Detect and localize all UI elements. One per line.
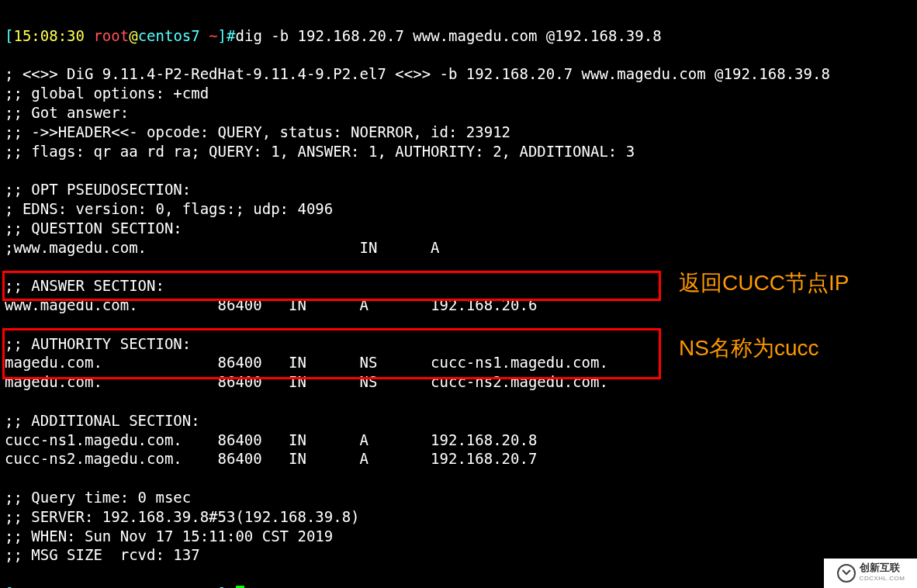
output-line: ;; WHEN: Sun Nov 17 15:11:00 CST 2019	[5, 527, 333, 545]
prompt-2-user: root	[93, 585, 129, 588]
prompt-2-at: @	[129, 585, 137, 588]
output-line: ;; ADDITIONAL SECTION:	[5, 412, 200, 429]
command-1: dig -b 192.168.20.7 www.magedu.com @192.…	[236, 27, 662, 44]
output-line: ;; Query time: 0 msec	[5, 489, 191, 506]
watermark: 创新互联 CDCXHL.COM	[824, 559, 917, 588]
output-line: ;; flags: qr aa rd ra; QUERY: 1, ANSWER:…	[5, 143, 635, 160]
prompt-1-path: ~	[200, 27, 218, 44]
watermark-logo-icon	[836, 563, 856, 583]
prompt-2-open-bracket: [	[5, 585, 13, 588]
prompt-1-at: @	[129, 27, 137, 44]
output-line: ;; SERVER: 192.168.39.8#53(192.168.39.8)	[5, 508, 360, 525]
output-line: ;; QUESTION SECTION:	[5, 220, 182, 237]
output-line: ; <<>> DiG 9.11.4-P2-RedHat-9.11.4-9.P2.…	[5, 65, 830, 82]
additional-record: cucc-ns1.magedu.com. 86400 IN A 192.168.…	[5, 431, 537, 448]
answer-record: www.magedu.com. 86400 IN A 192.168.20.6	[5, 296, 537, 313]
additional-record: cucc-ns2.magedu.com. 86400 IN A 192.168.…	[5, 450, 537, 467]
prompt-1-open-bracket: [	[5, 27, 13, 44]
prompt-1-hash: ]#	[218, 27, 236, 44]
prompt-1-user: root	[93, 27, 129, 44]
prompt-2-host: centos7	[138, 585, 200, 588]
output-line: ;; ANSWER SECTION:	[5, 277, 164, 294]
authority-record: magedu.com. 86400 IN NS cucc-ns1.magedu.…	[5, 354, 608, 371]
output-line: ;; MSG SIZE rcvd: 137	[5, 546, 200, 563]
watermark-text: 创新互联 CDCXHL.COM	[860, 563, 905, 583]
authority-record: magedu.com. 86400 IN NS cucc-ns2.magedu.…	[5, 373, 608, 390]
prompt-1-time: 15:08:30	[13, 27, 85, 44]
output-line: ;; OPT PSEUDOSECTION:	[5, 181, 191, 198]
annotation-ns-cucc: NS名称为cucc	[679, 335, 818, 361]
output-line: ; EDNS: version: 0, flags:; udp: 4096	[5, 200, 333, 217]
prompt-2-time: 15:11:00	[13, 585, 85, 588]
annotation-cucc-ip: 返回CUCC节点IP	[679, 270, 849, 296]
output-line: ;; global options: +cmd	[5, 85, 209, 102]
prompt-2-path: ~	[200, 585, 218, 588]
prompt-2-hash: ]#	[218, 585, 236, 588]
output-line: ;; AUTHORITY SECTION:	[5, 335, 191, 352]
output-line: ;www.magedu.com. IN A	[5, 239, 440, 256]
output-line: ;; Got answer:	[5, 104, 129, 121]
prompt-1-host: centos7	[138, 27, 200, 44]
output-line: ;; ->>HEADER<<- opcode: QUERY, status: N…	[5, 123, 510, 140]
